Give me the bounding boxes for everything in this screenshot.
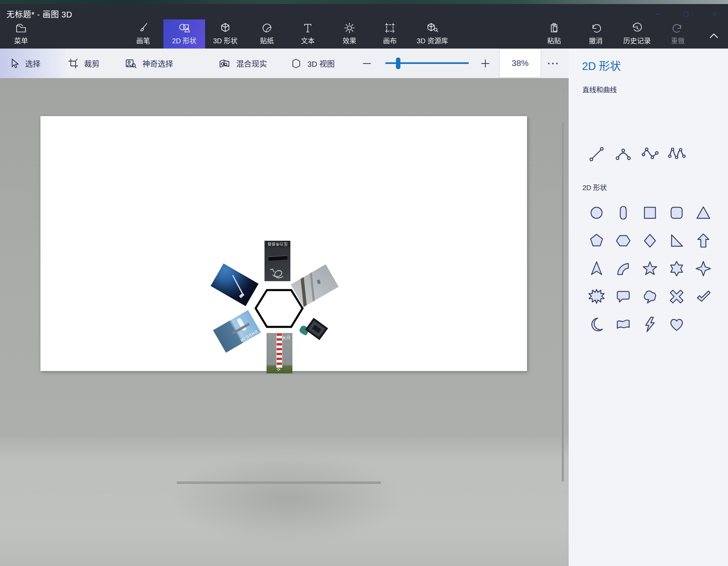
- tab-effects[interactable]: 效果: [333, 19, 366, 49]
- tab-text[interactable]: 文本: [292, 19, 324, 49]
- plus-icon: [480, 59, 490, 68]
- redo-button[interactable]: 重做: [662, 19, 694, 49]
- history-button[interactable]: 历史记录: [616, 19, 658, 49]
- shape-speech-bubble-square-icon[interactable]: [610, 282, 637, 310]
- minimize-icon: [655, 11, 661, 17]
- paste-clipboard-icon: [548, 19, 560, 34]
- tab-3d-library[interactable]: 3D 资源库: [408, 19, 457, 49]
- shapes-section-label: 2D 形状: [582, 182, 607, 192]
- 2d-shapes-icon: [178, 19, 191, 34]
- maximize-button[interactable]: [677, 8, 695, 20]
- desktop-background-sliver: [0, 0, 728, 4]
- magic-select-tool[interactable]: 神奇选择: [121, 49, 194, 78]
- menu-button[interactable]: 菜单: [6, 19, 36, 49]
- effects-sun-icon: [343, 19, 356, 34]
- vertical-scrollbar[interactable]: [562, 122, 564, 481]
- shape-circle-icon[interactable]: [583, 199, 610, 227]
- zoom-in-button[interactable]: [476, 49, 494, 78]
- hexagon-shape[interactable]: [254, 288, 305, 329]
- shape-thought-bubble-icon[interactable]: [637, 282, 663, 310]
- shape-line-icon[interactable]: [583, 141, 610, 167]
- edit-toolbar: 选择 裁剪 神奇选择 混合现实 3D 视图 38%: [0, 49, 569, 78]
- tab-3d-shapes[interactable]: 3D 形状: [205, 19, 245, 49]
- minus-icon: [362, 59, 372, 68]
- shape-dart-arrow-icon[interactable]: [583, 254, 610, 282]
- history-clock-icon: [631, 19, 643, 34]
- collapse-ribbon-button[interactable]: [703, 23, 725, 48]
- canvas-icon: [384, 19, 396, 34]
- blue-tag: [317, 280, 321, 284]
- satellite-body: [239, 293, 245, 298]
- shape-square-icon[interactable]: [637, 199, 663, 227]
- rotate-glyph: ⟳: [277, 367, 280, 372]
- shape-rounded-square-icon[interactable]: [663, 199, 690, 227]
- floor-glow: [174, 454, 400, 543]
- 3d-library-icon: [426, 19, 439, 34]
- photo-caption: 水尺: [282, 335, 291, 341]
- lines-and-curves-row: [583, 141, 690, 167]
- text-icon: [302, 19, 314, 34]
- shape-double-curve-icon[interactable]: [663, 141, 690, 167]
- horizontal-scrollbar[interactable]: [177, 481, 381, 484]
- shape-heart-icon[interactable]: [663, 310, 690, 338]
- zoom-slider[interactable]: [385, 49, 469, 78]
- shape-quarter-ring-icon[interactable]: [610, 254, 637, 282]
- lines-section-label: 直线和曲线: [582, 84, 617, 94]
- shape-s-curve-icon[interactable]: [637, 141, 663, 167]
- crop-icon: [68, 58, 78, 69]
- shape-block-arrow-up-icon[interactable]: [690, 227, 717, 254]
- maximize-icon: [683, 11, 689, 17]
- tab-2d-shapes[interactable]: 2D 形状: [163, 19, 205, 49]
- shape-cross-x-icon[interactable]: [663, 282, 690, 310]
- 3d-view-tool[interactable]: 3D 视图: [288, 49, 349, 78]
- magic-select-icon: [125, 58, 137, 69]
- shape-star-4-icon[interactable]: [690, 254, 717, 282]
- undo-button[interactable]: 撤消: [580, 19, 612, 49]
- redo-icon: [672, 19, 684, 34]
- shapes-grid: [583, 199, 717, 338]
- brush-icon: [137, 19, 149, 34]
- tab-brush[interactable]: 画笔: [125, 19, 161, 49]
- shape-triangle-icon[interactable]: [690, 199, 717, 227]
- zoom-out-button[interactable]: [358, 49, 376, 78]
- close-button[interactable]: [705, 8, 724, 20]
- tab-stickers[interactable]: 贴纸: [251, 19, 283, 49]
- crop-tool[interactable]: 裁剪: [64, 49, 117, 78]
- select-tool[interactable]: 选择: [0, 49, 66, 78]
- window-title: 无标题* - 画图 3D: [6, 8, 72, 20]
- signal-beam: [232, 275, 243, 294]
- 3d-view-icon: [291, 58, 302, 69]
- shape-curve-icon[interactable]: [610, 141, 637, 167]
- shape-ellipse-icon[interactable]: [610, 199, 637, 227]
- tab-canvas[interactable]: 画布: [374, 19, 406, 49]
- shape-pentagon-icon[interactable]: [583, 227, 610, 254]
- minimize-button[interactable]: [649, 8, 667, 20]
- photo-caption: 压力传感器: [265, 241, 290, 247]
- photo-water-gauge[interactable]: 水尺 ⟳: [267, 333, 292, 373]
- zoom-percentage-field[interactable]: 38%: [499, 49, 541, 78]
- sticker-icon: [261, 19, 273, 34]
- shape-hexagon-icon[interactable]: [610, 227, 637, 254]
- shape-star-6-icon[interactable]: [663, 254, 690, 282]
- photo-pressure-sensor[interactable]: 压力传感器: [265, 241, 290, 281]
- 2d-shapes-panel: 2D 形状 直线和曲线 2D 形状: [569, 49, 728, 566]
- 3d-shapes-icon: [219, 19, 231, 34]
- shape-diamond-icon[interactable]: [637, 227, 663, 254]
- menu-icon: [15, 19, 27, 34]
- shape-crescent-moon-icon[interactable]: [583, 310, 610, 338]
- mixed-reality-icon: [218, 58, 231, 69]
- shape-checkmark-icon[interactable]: [690, 282, 717, 310]
- zoom-slider-thumb[interactable]: [396, 57, 400, 69]
- gauge-stick: [276, 333, 282, 368]
- shape-wavy-banner-icon[interactable]: [610, 310, 637, 338]
- mixed-reality-tool[interactable]: 混合现实: [214, 49, 287, 78]
- chevron-up-icon: [709, 32, 719, 39]
- paste-button[interactable]: 粘贴: [538, 19, 570, 49]
- shape-burst-icon[interactable]: [583, 282, 610, 310]
- close-icon: [711, 11, 717, 17]
- more-options-button[interactable]: [544, 49, 562, 78]
- cursor-icon: [9, 58, 19, 69]
- shape-lightning-bolt-icon[interactable]: [637, 310, 663, 338]
- shape-star-5-icon[interactable]: [637, 254, 663, 282]
- shape-right-triangle-icon[interactable]: [663, 227, 690, 254]
